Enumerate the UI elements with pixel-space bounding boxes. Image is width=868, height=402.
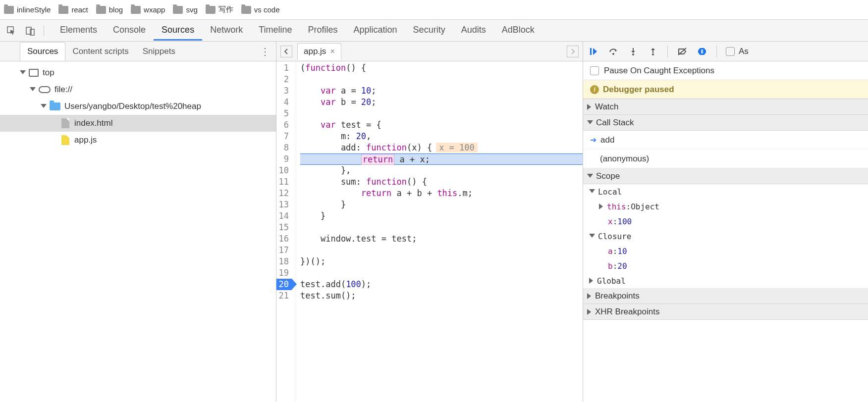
code-line[interactable]: return a + x; [300,153,583,165]
tab-timeline[interactable]: Timeline [251,21,300,41]
bookmark-item[interactable]: 写作 [206,5,233,14]
gutter-line[interactable]: 9 [276,153,292,165]
gutter-line[interactable]: 4 [276,97,292,108]
scope-var[interactable]: b: 20 [583,258,868,273]
tab-snippets[interactable]: Snippets [136,43,182,60]
gutter-line[interactable]: 1 [276,62,292,74]
tree-origin[interactable]: file:// [0,81,276,98]
gutter-line[interactable]: 14 [276,210,292,222]
code-line[interactable]: test.sum(); [300,290,583,302]
gutter-line[interactable]: 18 [276,256,292,267]
editor-tab-appjs[interactable]: app.js × [297,43,341,60]
gutter-line[interactable]: 11 [276,176,292,188]
scope-global[interactable]: Global [583,273,868,288]
code-line[interactable] [300,108,583,119]
tab-application[interactable]: Application [346,21,405,41]
stack-frame[interactable]: ➔ add [583,131,868,150]
section-watch[interactable]: Watch [583,99,868,115]
stack-frame[interactable]: (anonymous) [583,150,868,168]
scope-local[interactable]: Local [583,184,868,199]
code-line[interactable]: (function() { [300,62,583,74]
device-icon[interactable] [25,25,36,36]
gutter-line[interactable]: 21 [276,290,292,302]
pause-exceptions-row[interactable]: Pause On Caught Exceptions [583,61,868,80]
gutter-line[interactable]: 16 [276,233,292,245]
bookmark-item[interactable]: wxapp [131,5,165,14]
tab-audits[interactable]: Audits [453,21,494,41]
code-lines[interactable]: (function() { var a = 10; var b = 20; va… [296,61,583,402]
gutter-line[interactable]: 2 [276,74,292,85]
nav-forward-icon[interactable] [567,46,579,57]
more-icon[interactable]: ⋮ [260,46,270,57]
gutter-line[interactable]: 3 [276,85,292,97]
tab-elements[interactable]: Elements [52,21,105,41]
gutter-line[interactable]: 10 [276,165,292,176]
tree-file-appjs[interactable]: app.js [0,132,276,149]
tree-top-frame[interactable]: top [0,64,276,81]
scope-var[interactable]: x: 100 [583,214,868,229]
tab-sources[interactable]: Sources [20,42,65,61]
tab-sources[interactable]: Sources [154,21,202,41]
bookmark-item[interactable]: inlineStyle [4,5,51,14]
tree-file-index[interactable]: index.html [0,115,276,132]
code-line[interactable]: m: 20, [300,131,583,142]
code-line[interactable] [300,245,583,256]
tab-adblock[interactable]: AdBlock [494,21,542,41]
gutter-line[interactable]: 15 [276,222,292,233]
gutter-line[interactable]: 17 [276,245,292,256]
step-out-icon[interactable] [648,46,658,57]
tab-content-scripts[interactable]: Content scripts [65,43,135,60]
nav-back-icon[interactable] [280,46,292,57]
code-line[interactable]: } [300,199,583,210]
scope-var[interactable]: a: 10 [583,244,868,258]
code-line[interactable]: var b = 20; [300,97,583,108]
section-callstack[interactable]: Call Stack [583,115,868,131]
code-line[interactable] [300,74,583,85]
gutter-line[interactable]: 6 [276,119,292,131]
async-checkbox[interactable] [726,47,735,56]
tab-network[interactable]: Network [202,21,251,41]
code-line[interactable]: add: function(x) {x = 100 [300,142,583,153]
tab-security[interactable]: Security [405,21,453,41]
gutter-line[interactable]: 8 [276,142,292,153]
code-line[interactable]: test.add(100); [300,279,583,290]
gutter-line[interactable]: 7 [276,131,292,142]
code-line[interactable]: sum: function() { [300,176,583,188]
scope-closure[interactable]: Closure [583,229,868,244]
gutter-line[interactable]: 19 [276,267,292,279]
tab-profiles[interactable]: Profiles [300,21,346,41]
gutter-line[interactable]: 20 [276,279,292,290]
bookmark-item[interactable]: svg [173,5,197,14]
bookmark-item[interactable]: react [58,5,88,14]
gutter-line[interactable]: 5 [276,108,292,119]
section-scope[interactable]: Scope [583,168,868,184]
close-icon[interactable]: × [330,47,334,56]
step-into-icon[interactable] [628,46,639,57]
resume-icon[interactable] [588,46,599,57]
code-line[interactable]: })(); [300,256,583,267]
gutter-line[interactable]: 13 [276,199,292,210]
code-line[interactable]: } [300,210,583,222]
gutter-line[interactable]: 12 [276,188,292,199]
bookmark-item[interactable]: blog [96,5,123,14]
gutter[interactable]: 123456789101112131415161718192021 [276,61,296,402]
code-line[interactable]: var a = 10; [300,85,583,97]
code-line[interactable] [300,222,583,233]
bookmark-item[interactable]: vs code [241,5,280,14]
code-line[interactable] [300,267,583,279]
code-editor[interactable]: 123456789101112131415161718192021 (funct… [276,61,583,402]
code-line[interactable]: return a + b + this.m; [300,188,583,199]
tab-console[interactable]: Console [105,21,154,41]
section-breakpoints[interactable]: Breakpoints [583,288,868,304]
code-line[interactable]: window.test = test; [300,233,583,245]
deactivate-breakpoints-icon[interactable] [677,46,688,57]
section-xhr-breakpoints[interactable]: XHR Breakpoints [583,304,868,320]
code-line[interactable]: }, [300,165,583,176]
code-line[interactable]: var test = { [300,119,583,131]
inspect-icon[interactable] [6,25,17,36]
scope-var[interactable]: this: Object [583,199,868,214]
pause-exceptions-icon[interactable] [697,46,707,57]
pause-exceptions-checkbox[interactable] [590,66,599,75]
tree-folder[interactable]: Users/yangbo/Desktop/test%20heap [0,98,276,115]
step-over-icon[interactable] [608,46,619,57]
